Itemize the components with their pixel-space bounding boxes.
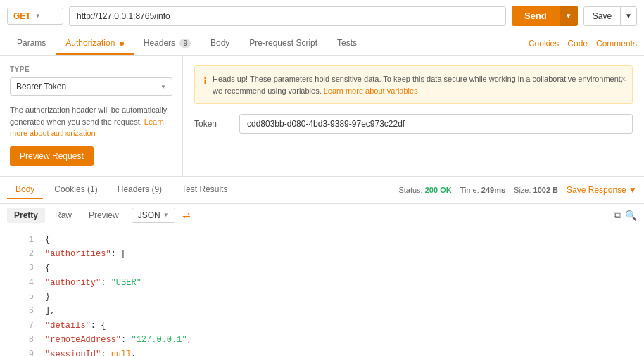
line-number: 2 [11,247,34,261]
save-button[interactable]: Save [584,7,620,25]
save-response-button[interactable]: Save Response ▼ [567,185,637,195]
type-label: TYPE [10,65,172,73]
url-input[interactable] [69,6,506,26]
save-dropdown-button[interactable]: ▼ [620,7,636,25]
send-btn-group: Send ▼ [512,6,578,26]
line-number: 8 [11,333,34,347]
line-content: { [45,233,50,247]
format-bar: Pretty Raw Preview JSON ▼ ⇌ ⧉ 🔍 [0,204,644,227]
line-content: "sessionId": null, [45,348,137,356]
response-header: Body Cookies (1) Headers (9) Test Result… [0,177,644,204]
send-dropdown-button[interactable]: ▼ [560,6,578,26]
time-value: 249ms [481,186,505,194]
line-content: "authority": "USER" [45,276,141,290]
tab-body[interactable]: Body [201,32,239,55]
line-number: 6 [11,304,34,318]
request-tabs: Params Authorization Headers 9 Body Pre-… [0,32,644,56]
format-type-select[interactable]: JSON ▼ [132,208,175,223]
fmt-tab-pretty[interactable]: Pretty [7,208,45,223]
fmt-tab-raw[interactable]: Raw [48,208,79,223]
json-line: 1{ [11,233,633,247]
variables-link[interactable]: Learn more about variables [324,87,418,95]
json-line: 8 "remoteAddress": "127.0.0.1", [11,333,633,347]
comments-link[interactable]: Comments [596,39,637,49]
copy-icon[interactable]: ⧉ [614,209,621,221]
tab-authorization[interactable]: Authorization [56,32,133,55]
line-content: { [45,261,50,275]
resp-tab-body[interactable]: Body [7,181,43,199]
status-value: 200 OK [425,186,452,194]
auth-desc-text: The authorization header will be automat… [10,106,167,126]
bearer-label: Bearer Token [16,82,66,91]
alert-close-icon[interactable]: × [621,72,626,87]
bearer-token-select[interactable]: Bearer Token ▼ [10,77,172,96]
auth-description: The authorization header will be automat… [10,104,172,139]
fmt-tab-preview[interactable]: Preview [82,208,126,223]
line-number: 1 [11,233,34,247]
time-label: Time: 249ms [460,186,505,194]
alert-text: Heads up! These parameters hold sensitiv… [213,73,624,96]
size-label: Size: 1002 B [514,186,558,194]
status-label: Status: 200 OK [398,186,451,194]
line-content: } [45,290,50,304]
json-line: 5 } [11,290,633,304]
cookies-link[interactable]: Cookies [529,39,559,49]
save-btn-group: Save ▼ [583,6,637,26]
json-line: 3 { [11,261,633,275]
format-right-actions: ⧉ 🔍 [614,209,637,221]
resp-tab-cookies[interactable]: Cookies (1) [46,181,106,199]
preview-request-button[interactable]: Preview Request [10,146,94,166]
tab-tests[interactable]: Tests [327,32,367,55]
line-number: 4 [11,276,34,290]
auth-dot [120,42,124,46]
resp-tab-headers[interactable]: Headers (9) [109,181,170,199]
send-button[interactable]: Send [512,6,560,26]
size-value: 1002 B [533,186,558,194]
json-line: 9 "sessionId": null, [11,348,633,356]
bearer-chevron-icon: ▼ [160,84,166,90]
resp-tab-test-results[interactable]: Test Results [173,181,236,199]
search-icon[interactable]: 🔍 [625,209,637,221]
method-select[interactable]: GET ▼ [7,8,63,25]
token-label: Token [194,119,229,129]
format-type-chevron-icon: ▼ [163,212,169,218]
info-icon: ℹ [203,74,207,96]
alert-box: ℹ Heads up! These parameters hold sensit… [194,65,633,104]
top-bar: GET ▼ Send ▼ Save ▼ [0,0,644,32]
headers-count: 9 [179,39,191,48]
json-viewer: 1{2 "authorities": [3 {4 "authority": "U… [0,227,644,357]
right-links: Cookies Code Comments [529,39,637,49]
json-line: 7 "details": { [11,319,633,333]
line-number: 5 [11,290,34,304]
auth-left: TYPE Bearer Token ▼ The authorization he… [0,56,183,176]
line-content: ], [45,304,55,318]
method-chevron-icon: ▼ [35,13,41,19]
code-link[interactable]: Code [567,39,588,49]
tab-headers[interactable]: Headers 9 [134,32,201,55]
json-line: 2 "authorities": [ [11,247,633,261]
wrap-icon[interactable]: ⇌ [182,210,191,221]
line-content: "authorities": [ [45,247,126,261]
auth-right: ℹ Heads up! These parameters hold sensit… [183,56,644,176]
tab-params[interactable]: Params [7,32,56,55]
token-row: Token [194,114,633,134]
json-line: 4 "authority": "USER" [11,276,633,290]
format-type-label: JSON [138,210,160,220]
tab-prerequest[interactable]: Pre-request Script [239,32,327,55]
method-label: GET [13,11,31,21]
line-number: 9 [11,348,34,356]
response-meta: Status: 200 OK Time: 249ms Size: 1002 B … [398,185,637,195]
line-content: "remoteAddress": "127.0.0.1", [45,333,192,347]
line-number: 3 [11,261,34,275]
auth-panel: TYPE Bearer Token ▼ The authorization he… [0,56,644,177]
json-line: 6 ], [11,304,633,318]
line-content: "details": { [45,319,106,333]
token-input[interactable] [239,114,633,134]
line-number: 7 [11,319,34,333]
